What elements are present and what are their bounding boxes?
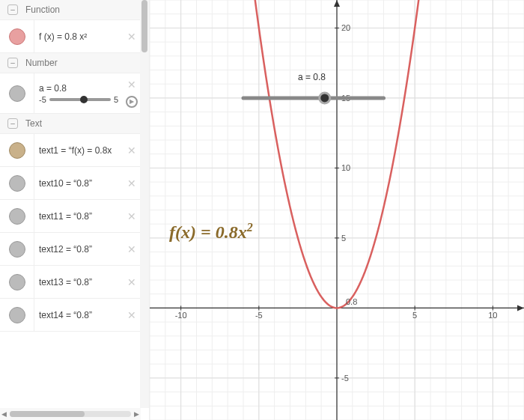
delete-button[interactable]: ✕	[123, 177, 141, 189]
svg-text:20: 20	[341, 23, 350, 32]
visibility-toggle[interactable]	[9, 175, 25, 192]
text-expression: text10 = “0.8”	[34, 175, 123, 192]
graph-slider-label: a = 0.8	[298, 72, 326, 82]
section-label: Text	[25, 118, 42, 129]
play-button[interactable]: ▶	[126, 96, 138, 108]
scroll-left-icon[interactable]: ◀	[1, 410, 7, 418]
text-item[interactable]: text12 = “0.8” ✕	[0, 233, 141, 266]
text-expression: text1 = “f(x) = 0.8x	[34, 142, 123, 159]
delete-button[interactable]: ✕	[123, 309, 141, 321]
function-item[interactable]: f (x) = 0.8 x² ✕	[0, 20, 141, 53]
number-item[interactable]: a = 0.8 -5 5 ✕ ▶	[0, 73, 141, 114]
visibility-toggle[interactable]	[9, 241, 25, 258]
delete-button[interactable]: ✕	[123, 276, 141, 288]
slider-max: 5	[114, 95, 118, 104]
visibility-toggle[interactable]	[9, 28, 25, 45]
visibility-toggle[interactable]	[9, 307, 25, 323]
text-expression: text13 = “0.8”	[34, 274, 123, 290]
svg-text:-10: -10	[175, 311, 187, 320]
algebra-view: – Function f (x) = 0.8 x² ✕ – Number a =…	[0, 0, 150, 420]
text-expression: text11 = “0.8”	[34, 208, 123, 225]
delete-button[interactable]: ✕	[123, 144, 141, 156]
svg-text:5: 5	[412, 311, 417, 320]
visibility-toggle[interactable]	[9, 274, 25, 290]
delete-button[interactable]: ✕	[127, 79, 136, 91]
section-header-number[interactable]: – Number	[0, 53, 141, 73]
delete-button[interactable]: ✕	[123, 210, 141, 222]
svg-text:0.8: 0.8	[346, 297, 357, 306]
svg-text:10: 10	[341, 163, 350, 172]
graph-canvas[interactable]: -10-5510-551015200.8	[150, 0, 524, 420]
section-header-text[interactable]: – Text	[0, 114, 141, 134]
svg-marker-69	[517, 305, 524, 311]
svg-text:10: 10	[488, 311, 497, 320]
graphics-view[interactable]: -10-5510-551015200.8 a = 0.8 f(x) = 0.8x…	[150, 0, 524, 420]
text-item[interactable]: text10 = “0.8” ✕	[0, 167, 141, 200]
svg-text:-5: -5	[255, 311, 263, 320]
section-label: Number	[25, 58, 58, 68]
scrollbar-thumb[interactable]	[10, 411, 85, 417]
scrollbar-thumb[interactable]	[141, 0, 147, 52]
number-slider[interactable]	[49, 98, 111, 101]
text-expression: text14 = “0.8”	[34, 307, 123, 323]
delete-button[interactable]: ✕	[123, 31, 141, 43]
text-item[interactable]: text1 = “f(x) = 0.8x ✕	[0, 134, 141, 167]
section-header-function[interactable]: – Function	[0, 0, 141, 20]
svg-point-91	[320, 93, 330, 103]
svg-text:5: 5	[341, 234, 346, 243]
delete-button[interactable]: ✕	[123, 243, 141, 255]
collapse-icon[interactable]: –	[7, 118, 18, 129]
collapse-icon[interactable]: –	[7, 58, 18, 68]
slider-min: -5	[39, 95, 46, 104]
svg-marker-70	[334, 0, 340, 7]
vertical-scrollbar[interactable]	[140, 0, 149, 408]
scroll-right-icon[interactable]: ▶	[134, 410, 139, 418]
text-item[interactable]: text11 = “0.8” ✕	[0, 200, 141, 233]
svg-text:-5: -5	[341, 374, 349, 383]
horizontal-scrollbar[interactable]: ◀ ▶	[0, 408, 141, 420]
text-item[interactable]: text14 = “0.8” ✕	[0, 299, 141, 332]
function-expression: f (x) = 0.8 x²	[34, 28, 123, 45]
slider-handle[interactable]	[80, 96, 88, 103]
visibility-toggle[interactable]	[9, 208, 25, 225]
section-label: Function	[25, 4, 60, 15]
visibility-toggle[interactable]	[9, 85, 25, 102]
visibility-toggle[interactable]	[9, 142, 25, 159]
text-item[interactable]: text13 = “0.8” ✕	[0, 266, 141, 299]
collapse-icon[interactable]: –	[7, 4, 18, 15]
text-expression: text12 = “0.8”	[34, 241, 123, 258]
number-label: a = 0.8	[39, 83, 118, 94]
formula-label: f(x) = 0.8x2	[169, 221, 253, 243]
